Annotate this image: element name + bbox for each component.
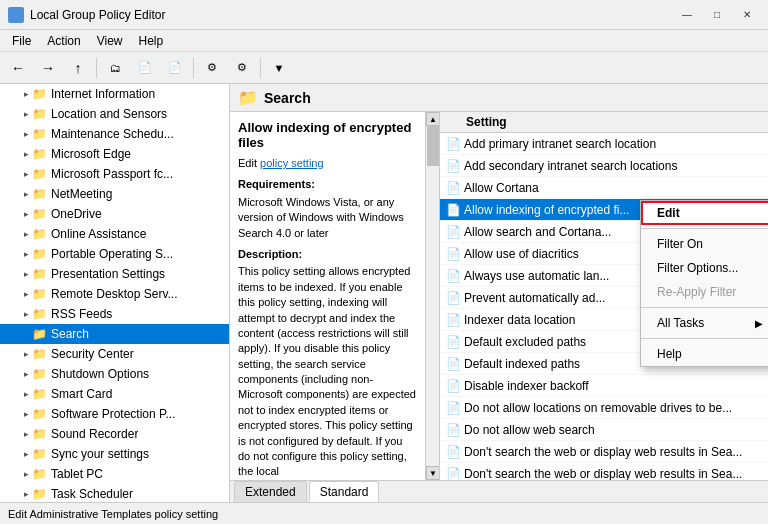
tree-item-presentation[interactable]: 📁Presentation Settings xyxy=(0,264,229,284)
show-hide-button[interactable]: 🗂 xyxy=(101,55,129,81)
tab-standard[interactable]: Standard xyxy=(309,481,380,502)
right-split: Allow indexing of encrypted files Edit p… xyxy=(230,112,768,480)
tree-arrow-security-center[interactable] xyxy=(20,348,32,360)
tree-label-netmeeting: NetMeeting xyxy=(51,187,112,201)
tree-item-maintenance[interactable]: 📁Maintenance Schedu... xyxy=(0,124,229,144)
tree-item-internet-info[interactable]: 📁Internet Information xyxy=(0,84,229,104)
menu-bar: File Action View Help xyxy=(0,30,768,52)
settings-icon-always-automatic: 📄 xyxy=(446,269,464,283)
context-menu-help[interactable]: Help xyxy=(641,342,768,366)
tree-arrow-online-assist[interactable] xyxy=(20,228,32,240)
context-menu: Edit Filter On Filter Options... Re-Appl… xyxy=(640,200,768,367)
tree-item-remote-desktop[interactable]: 📁Remote Desktop Serv... xyxy=(0,284,229,304)
tree-arrow-smart-card[interactable] xyxy=(20,388,32,400)
menu-help[interactable]: Help xyxy=(131,32,172,50)
tree-item-ms-passport[interactable]: 📁Microsoft Passport fc... xyxy=(0,164,229,184)
tree-item-portable-op[interactable]: 📁Portable Operating S... xyxy=(0,244,229,264)
context-menu-edit[interactable]: Edit xyxy=(641,201,768,225)
tree-item-rss-feeds[interactable]: 📁RSS Feeds xyxy=(0,304,229,324)
tree-arrow-sound-recorder[interactable] xyxy=(20,428,32,440)
folder-icon-ms-passport: 📁 xyxy=(32,167,48,181)
folder-icon-internet-info: 📁 xyxy=(32,87,48,101)
tree-arrow-internet-info[interactable] xyxy=(20,88,32,100)
context-menu-filter-options[interactable]: Filter Options... xyxy=(641,256,768,280)
tree-item-netmeeting[interactable]: 📁NetMeeting xyxy=(0,184,229,204)
tree-item-location-sensors[interactable]: 📁Location and Sensors xyxy=(0,104,229,124)
tree-arrow-maintenance[interactable] xyxy=(20,128,32,140)
main-content: 📁Internet Information📁Location and Senso… xyxy=(0,84,768,502)
settings-row-add-primary[interactable]: 📄Add primary intranet search location xyxy=(440,133,768,155)
context-menu-filter-on[interactable]: Filter On xyxy=(641,232,768,256)
filter-button[interactable]: ▼ xyxy=(265,55,293,81)
settings-row-dont-search-web-display1[interactable]: 📄Don't search the web or display web res… xyxy=(440,441,768,463)
settings-row-allow-cortana[interactable]: 📄Allow Cortana xyxy=(440,177,768,199)
settings-row-no-web-search[interactable]: 📄Do not allow web search xyxy=(440,419,768,441)
tree-item-software-prot[interactable]: 📁Software Protection P... xyxy=(0,404,229,424)
tree-arrow-location-sensors[interactable] xyxy=(20,108,32,120)
title-controls: — □ ✕ xyxy=(674,5,760,25)
title-bar: Local Group Policy Editor — □ ✕ xyxy=(0,0,768,30)
tree-arrow-remote-desktop[interactable] xyxy=(20,288,32,300)
desc-content: Allow indexing of encrypted files Edit p… xyxy=(238,120,417,480)
tree-item-task-scheduler[interactable]: 📁Task Scheduler xyxy=(0,484,229,502)
app-icon xyxy=(8,7,24,23)
tree-label-ms-passport: Microsoft Passport fc... xyxy=(51,167,173,181)
settings-row-disable-indexer-backoff[interactable]: 📄Disable indexer backoff xyxy=(440,375,768,397)
policy-link[interactable]: policy setting xyxy=(260,157,324,169)
settings-label-no-web-search: Do not allow web search xyxy=(464,423,762,437)
tree-arrow-onedrive[interactable] xyxy=(20,208,32,220)
tree-item-security-center[interactable]: 📁Security Center xyxy=(0,344,229,364)
menu-action[interactable]: Action xyxy=(39,32,88,50)
up-button[interactable]: ↑ xyxy=(64,55,92,81)
tree-item-shutdown-options[interactable]: 📁Shutdown Options xyxy=(0,364,229,384)
window-title: Local Group Policy Editor xyxy=(30,8,165,22)
settings-icon-add-secondary: 📄 xyxy=(446,159,464,173)
settings-row-dont-search-web-display2[interactable]: 📄Don't search the web or display web res… xyxy=(440,463,768,480)
desc-scroll-down-btn[interactable]: ▼ xyxy=(426,466,440,480)
tree-label-software-prot: Software Protection P... xyxy=(51,407,176,421)
tree-arrow-sync-settings[interactable] xyxy=(20,448,32,460)
tree-item-sync-settings[interactable]: 📁Sync your settings xyxy=(0,444,229,464)
tree-arrow-portable-op[interactable] xyxy=(20,248,32,260)
tree-item-online-assist[interactable]: 📁Online Assistance xyxy=(0,224,229,244)
tree-arrow-software-prot[interactable] xyxy=(20,408,32,420)
tree-arrow-ms-edge[interactable] xyxy=(20,148,32,160)
tree-arrow-presentation[interactable] xyxy=(20,268,32,280)
tree-label-smart-card: Smart Card xyxy=(51,387,112,401)
desc-scroll-up-btn[interactable]: ▲ xyxy=(426,112,440,126)
new-window-button[interactable]: 📄 xyxy=(131,55,159,81)
context-menu-all-tasks[interactable]: All Tasks ▶ xyxy=(641,311,768,335)
tree-arrow-rss-feeds[interactable] xyxy=(20,308,32,320)
settings-label-allow-cortana: Allow Cortana xyxy=(464,181,762,195)
menu-file[interactable]: File xyxy=(4,32,39,50)
tree-label-tablet-pc: Tablet PC xyxy=(51,467,103,481)
props-button[interactable]: 📄 xyxy=(161,55,189,81)
tree-item-search[interactable]: 📁Search xyxy=(0,324,229,344)
settings-button[interactable]: ⚙ xyxy=(198,55,226,81)
tree-item-smart-card[interactable]: 📁Smart Card xyxy=(0,384,229,404)
maximize-button[interactable]: □ xyxy=(704,5,730,25)
menu-view[interactable]: View xyxy=(89,32,131,50)
tree-item-onedrive[interactable]: 📁OneDrive xyxy=(0,204,229,224)
settings-row-add-secondary[interactable]: 📄Add secondary intranet search locations xyxy=(440,155,768,177)
desc-scroll-thumb[interactable] xyxy=(427,126,439,166)
tree-arrow-shutdown-options[interactable] xyxy=(20,368,32,380)
tree-arrow-task-scheduler[interactable] xyxy=(20,488,32,500)
forward-button[interactable]: → xyxy=(34,55,62,81)
tree-item-sound-recorder[interactable]: 📁Sound Recorder xyxy=(0,424,229,444)
tree-arrow-ms-passport[interactable] xyxy=(20,168,32,180)
settings2-button[interactable]: ⚙ xyxy=(228,55,256,81)
tree-item-tablet-pc[interactable]: 📁Tablet PC xyxy=(0,464,229,484)
folder-icon-search: 📁 xyxy=(32,327,48,341)
minimize-button[interactable]: — xyxy=(674,5,700,25)
settings-icon-allow-search-cortana: 📄 xyxy=(446,225,464,239)
tab-extended[interactable]: Extended xyxy=(234,481,307,502)
settings-row-no-removable[interactable]: 📄Do not allow locations on removable dri… xyxy=(440,397,768,419)
tree-item-ms-edge[interactable]: 📁Microsoft Edge xyxy=(0,144,229,164)
tree-arrow-netmeeting[interactable] xyxy=(20,188,32,200)
back-button[interactable]: ← xyxy=(4,55,32,81)
tree-arrow-tablet-pc[interactable] xyxy=(20,468,32,480)
desc-scrollbar[interactable]: ▲ ▼ xyxy=(425,112,439,480)
tree-panel[interactable]: 📁Internet Information📁Location and Senso… xyxy=(0,84,230,502)
close-button[interactable]: ✕ xyxy=(734,5,760,25)
